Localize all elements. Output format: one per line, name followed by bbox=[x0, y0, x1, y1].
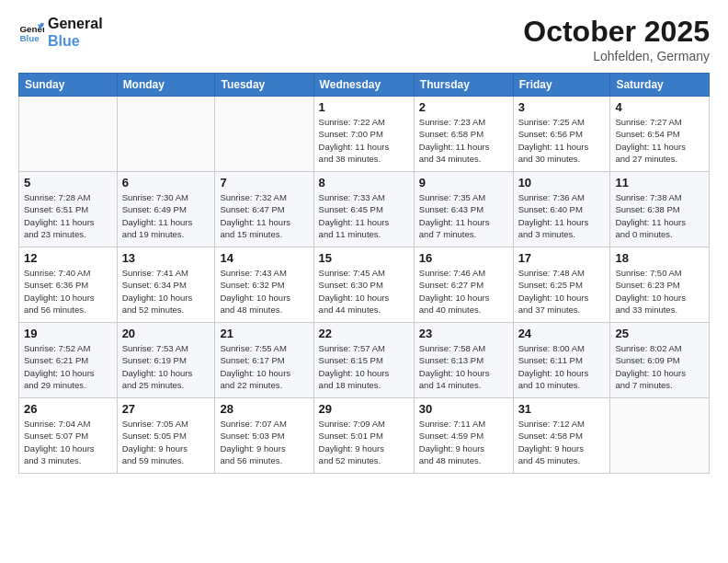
calendar-cell bbox=[610, 398, 710, 474]
day-info: Sunrise: 7:45 AM Sunset: 6:30 PM Dayligh… bbox=[319, 267, 409, 316]
weekday-header-thursday: Thursday bbox=[414, 74, 513, 97]
day-info: Sunrise: 7:41 AM Sunset: 6:34 PM Dayligh… bbox=[122, 267, 210, 316]
calendar-cell: 26Sunrise: 7:04 AM Sunset: 5:07 PM Dayli… bbox=[19, 398, 118, 474]
calendar-week-1: 1Sunrise: 7:22 AM Sunset: 7:00 PM Daylig… bbox=[19, 97, 710, 172]
day-number: 21 bbox=[220, 327, 308, 340]
calendar-week-3: 12Sunrise: 7:40 AM Sunset: 6:36 PM Dayli… bbox=[19, 247, 710, 323]
day-info: Sunrise: 7:27 AM Sunset: 6:54 PM Dayligh… bbox=[615, 116, 704, 165]
day-number: 13 bbox=[122, 251, 210, 265]
day-number: 12 bbox=[24, 251, 112, 265]
day-info: Sunrise: 7:35 AM Sunset: 6:43 PM Dayligh… bbox=[419, 191, 508, 240]
calendar-cell: 15Sunrise: 7:45 AM Sunset: 6:30 PM Dayli… bbox=[313, 247, 414, 323]
day-number: 27 bbox=[122, 402, 210, 416]
day-number: 14 bbox=[220, 251, 308, 265]
month-title: October 2025 bbox=[523, 15, 710, 49]
day-info: Sunrise: 7:36 AM Sunset: 6:40 PM Dayligh… bbox=[518, 191, 606, 240]
day-info: Sunrise: 7:22 AM Sunset: 7:00 PM Dayligh… bbox=[319, 116, 409, 165]
day-number: 5 bbox=[24, 176, 112, 190]
logo-text-line2: Blue bbox=[48, 32, 103, 50]
day-number: 8 bbox=[319, 176, 409, 190]
calendar-cell bbox=[117, 97, 215, 172]
day-info: Sunrise: 7:38 AM Sunset: 6:38 PM Dayligh… bbox=[615, 191, 704, 240]
calendar-cell: 6Sunrise: 7:30 AM Sunset: 6:49 PM Daylig… bbox=[117, 172, 215, 247]
calendar-cell: 23Sunrise: 7:58 AM Sunset: 6:13 PM Dayli… bbox=[414, 323, 513, 398]
day-number: 19 bbox=[24, 327, 112, 340]
calendar-cell: 3Sunrise: 7:25 AM Sunset: 6:56 PM Daylig… bbox=[513, 97, 610, 172]
day-info: Sunrise: 7:55 AM Sunset: 6:17 PM Dayligh… bbox=[220, 342, 308, 391]
weekday-header-tuesday: Tuesday bbox=[215, 74, 313, 97]
day-info: Sunrise: 7:07 AM Sunset: 5:03 PM Dayligh… bbox=[220, 418, 308, 466]
day-number: 30 bbox=[419, 402, 508, 416]
location: Lohfelden, Germany bbox=[523, 49, 710, 63]
calendar-cell: 18Sunrise: 7:50 AM Sunset: 6:23 PM Dayli… bbox=[610, 247, 710, 323]
day-number: 18 bbox=[615, 251, 704, 265]
day-info: Sunrise: 7:32 AM Sunset: 6:47 PM Dayligh… bbox=[220, 191, 308, 240]
day-info: Sunrise: 7:23 AM Sunset: 6:58 PM Dayligh… bbox=[419, 116, 508, 165]
calendar-cell: 12Sunrise: 7:40 AM Sunset: 6:36 PM Dayli… bbox=[19, 247, 118, 323]
day-number: 7 bbox=[220, 176, 308, 190]
calendar-cell: 4Sunrise: 7:27 AM Sunset: 6:54 PM Daylig… bbox=[610, 97, 710, 172]
day-info: Sunrise: 7:57 AM Sunset: 6:15 PM Dayligh… bbox=[319, 342, 409, 391]
calendar-cell: 11Sunrise: 7:38 AM Sunset: 6:38 PM Dayli… bbox=[610, 172, 710, 247]
day-info: Sunrise: 7:58 AM Sunset: 6:13 PM Dayligh… bbox=[419, 342, 508, 391]
day-info: Sunrise: 7:12 AM Sunset: 4:58 PM Dayligh… bbox=[518, 418, 606, 466]
day-number: 24 bbox=[518, 327, 606, 340]
logo: General Blue General Blue bbox=[18, 15, 103, 50]
page: General Blue General Blue October 2025 L… bbox=[0, 0, 728, 563]
day-number: 25 bbox=[615, 327, 704, 340]
day-number: 2 bbox=[419, 100, 508, 114]
calendar-cell: 27Sunrise: 7:05 AM Sunset: 5:05 PM Dayli… bbox=[117, 398, 215, 474]
calendar-cell: 29Sunrise: 7:09 AM Sunset: 5:01 PM Dayli… bbox=[313, 398, 414, 474]
day-info: Sunrise: 7:30 AM Sunset: 6:49 PM Dayligh… bbox=[122, 191, 210, 240]
calendar-cell: 7Sunrise: 7:32 AM Sunset: 6:47 PM Daylig… bbox=[215, 172, 313, 247]
weekday-header-monday: Monday bbox=[117, 74, 215, 97]
day-number: 26 bbox=[24, 402, 112, 416]
day-number: 31 bbox=[518, 402, 606, 416]
logo-text-line1: General bbox=[48, 15, 103, 32]
logo-icon: General Blue bbox=[18, 19, 44, 45]
weekday-header-wednesday: Wednesday bbox=[313, 74, 414, 97]
day-info: Sunrise: 7:25 AM Sunset: 6:56 PM Dayligh… bbox=[518, 116, 606, 165]
calendar: SundayMondayTuesdayWednesdayThursdayFrid… bbox=[18, 73, 710, 474]
day-number: 20 bbox=[122, 327, 210, 340]
calendar-cell: 31Sunrise: 7:12 AM Sunset: 4:58 PM Dayli… bbox=[513, 398, 610, 474]
calendar-cell: 20Sunrise: 7:53 AM Sunset: 6:19 PM Dayli… bbox=[117, 323, 215, 398]
day-info: Sunrise: 7:09 AM Sunset: 5:01 PM Dayligh… bbox=[319, 418, 409, 466]
day-info: Sunrise: 7:11 AM Sunset: 4:59 PM Dayligh… bbox=[419, 418, 508, 466]
calendar-cell: 24Sunrise: 8:00 AM Sunset: 6:11 PM Dayli… bbox=[513, 323, 610, 398]
day-info: Sunrise: 7:28 AM Sunset: 6:51 PM Dayligh… bbox=[24, 191, 112, 240]
day-number: 29 bbox=[319, 402, 409, 416]
calendar-week-2: 5Sunrise: 7:28 AM Sunset: 6:51 PM Daylig… bbox=[19, 172, 710, 247]
day-info: Sunrise: 7:52 AM Sunset: 6:21 PM Dayligh… bbox=[24, 342, 112, 391]
calendar-cell: 22Sunrise: 7:57 AM Sunset: 6:15 PM Dayli… bbox=[313, 323, 414, 398]
calendar-week-4: 19Sunrise: 7:52 AM Sunset: 6:21 PM Dayli… bbox=[19, 323, 710, 398]
calendar-cell: 10Sunrise: 7:36 AM Sunset: 6:40 PM Dayli… bbox=[513, 172, 610, 247]
day-info: Sunrise: 8:00 AM Sunset: 6:11 PM Dayligh… bbox=[518, 342, 606, 391]
calendar-cell: 21Sunrise: 7:55 AM Sunset: 6:17 PM Dayli… bbox=[215, 323, 313, 398]
svg-text:Blue: Blue bbox=[19, 33, 40, 43]
day-info: Sunrise: 7:05 AM Sunset: 5:05 PM Dayligh… bbox=[122, 418, 210, 466]
calendar-cell: 30Sunrise: 7:11 AM Sunset: 4:59 PM Dayli… bbox=[414, 398, 513, 474]
day-number: 11 bbox=[615, 176, 704, 190]
calendar-cell: 9Sunrise: 7:35 AM Sunset: 6:43 PM Daylig… bbox=[414, 172, 513, 247]
calendar-cell bbox=[215, 97, 313, 172]
day-number: 10 bbox=[518, 176, 606, 190]
day-number: 22 bbox=[319, 327, 409, 340]
calendar-cell: 2Sunrise: 7:23 AM Sunset: 6:58 PM Daylig… bbox=[414, 97, 513, 172]
day-number: 28 bbox=[220, 402, 308, 416]
title-block: October 2025 Lohfelden, Germany bbox=[523, 15, 710, 63]
day-info: Sunrise: 7:04 AM Sunset: 5:07 PM Dayligh… bbox=[24, 418, 112, 466]
calendar-cell: 28Sunrise: 7:07 AM Sunset: 5:03 PM Dayli… bbox=[215, 398, 313, 474]
weekday-header-sunday: Sunday bbox=[19, 74, 118, 97]
calendar-cell: 19Sunrise: 7:52 AM Sunset: 6:21 PM Dayli… bbox=[19, 323, 118, 398]
day-info: Sunrise: 7:53 AM Sunset: 6:19 PM Dayligh… bbox=[122, 342, 210, 391]
day-number: 6 bbox=[122, 176, 210, 190]
weekday-header-friday: Friday bbox=[513, 74, 610, 97]
day-number: 1 bbox=[319, 100, 409, 114]
calendar-cell: 8Sunrise: 7:33 AM Sunset: 6:45 PM Daylig… bbox=[313, 172, 414, 247]
day-info: Sunrise: 7:50 AM Sunset: 6:23 PM Dayligh… bbox=[615, 267, 704, 316]
calendar-cell: 16Sunrise: 7:46 AM Sunset: 6:27 PM Dayli… bbox=[414, 247, 513, 323]
day-number: 4 bbox=[615, 100, 704, 114]
header: General Blue General Blue October 2025 L… bbox=[18, 15, 710, 63]
day-info: Sunrise: 7:40 AM Sunset: 6:36 PM Dayligh… bbox=[24, 267, 112, 316]
